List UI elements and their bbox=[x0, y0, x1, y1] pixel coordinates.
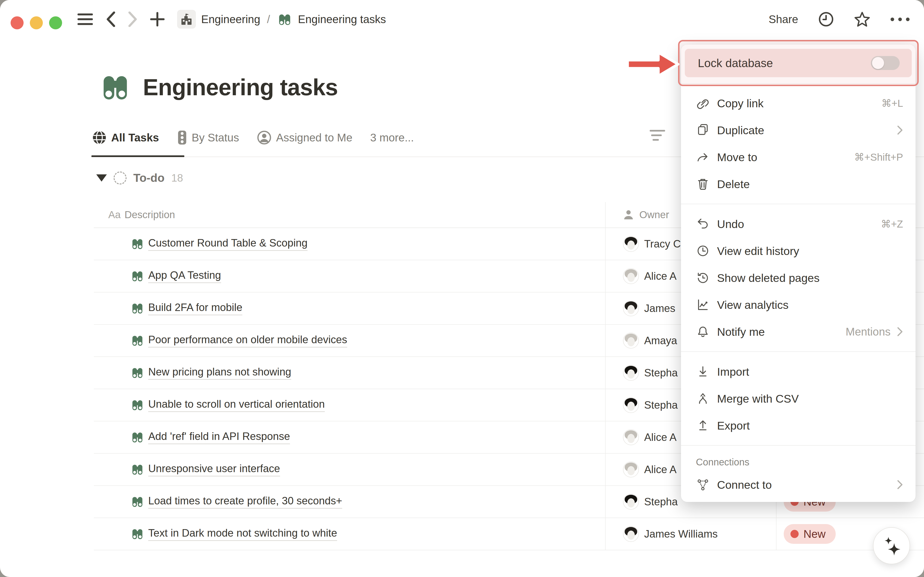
avatar bbox=[623, 333, 639, 348]
new-page-icon[interactable] bbox=[150, 12, 164, 26]
task-title[interactable]: New pricing plans not showing bbox=[148, 366, 291, 380]
ai-assistant-button[interactable] bbox=[873, 527, 910, 564]
task-title[interactable]: Build 2FA for mobile bbox=[148, 301, 242, 315]
connections-section-header: Connections bbox=[681, 453, 916, 471]
owner-name[interactable]: Alice A bbox=[644, 270, 677, 282]
column-header-description[interactable]: Description bbox=[124, 209, 175, 221]
task-title[interactable]: Add 'ref' field in API Response bbox=[148, 430, 290, 444]
connect-icon bbox=[696, 478, 710, 492]
menu-item-notify-me[interactable]: Notify me Mentions bbox=[681, 318, 916, 345]
lock-database-toggle[interactable] bbox=[871, 56, 900, 70]
binoculars-icon bbox=[131, 366, 144, 379]
breadcrumb-page[interactable]: Engineering tasks bbox=[298, 13, 386, 26]
app-window: Engineering / Engineering tasks Share En… bbox=[0, 0, 924, 577]
merge-icon bbox=[696, 392, 710, 405]
menu-item-move-to[interactable]: Move to ⌘+Shift+P bbox=[681, 143, 916, 171]
group-name[interactable]: To-do bbox=[133, 171, 164, 184]
task-title[interactable]: Load times to create profile, 30 seconds… bbox=[148, 495, 342, 509]
zoom-window-button[interactable] bbox=[49, 16, 62, 29]
breadcrumb: Engineering / Engineering tasks bbox=[177, 10, 386, 29]
bell-icon bbox=[696, 325, 710, 338]
more-options-icon[interactable] bbox=[890, 18, 909, 21]
updates-clock-icon[interactable] bbox=[818, 11, 834, 27]
tab-more-views[interactable]: 3 more... bbox=[370, 131, 414, 144]
owner-name[interactable]: Tracy C bbox=[644, 238, 681, 250]
binoculars-icon bbox=[131, 495, 144, 508]
task-title[interactable]: Text in Dark mode not switching to white bbox=[148, 527, 337, 541]
import-icon bbox=[696, 365, 710, 378]
menu-divider bbox=[681, 351, 916, 352]
owner-name[interactable]: Stepha bbox=[644, 399, 677, 411]
filter-icon[interactable] bbox=[650, 130, 666, 144]
binoculars-icon bbox=[131, 463, 144, 476]
sidebar-menu-icon[interactable] bbox=[77, 13, 94, 26]
avatar bbox=[623, 365, 639, 381]
task-title[interactable]: Unable to scroll on vertical orientation bbox=[148, 398, 325, 412]
avatar bbox=[623, 461, 639, 477]
menu-item-view-edit-history[interactable]: View edit history bbox=[681, 237, 916, 264]
page-title-binoculars-icon[interactable] bbox=[100, 72, 131, 102]
table-row[interactable]: Text in Dark mode not switching to white… bbox=[94, 518, 924, 550]
minimize-window-button[interactable] bbox=[30, 16, 43, 29]
tab-assigned-to-me[interactable]: Assigned to Me bbox=[257, 130, 352, 145]
avatar bbox=[623, 236, 639, 252]
tab-all-tasks[interactable]: All Tasks bbox=[92, 130, 159, 145]
binoculars-icon bbox=[131, 270, 144, 283]
owner-name[interactable]: James Williams bbox=[644, 528, 718, 540]
avatar bbox=[623, 494, 639, 510]
owner-name[interactable]: Stepha bbox=[644, 367, 677, 379]
owner-name[interactable]: Amaya bbox=[644, 335, 677, 347]
history-icon bbox=[696, 271, 710, 285]
favorite-star-icon[interactable] bbox=[854, 11, 870, 27]
menu-item-merge-with-csv[interactable]: Merge with CSV bbox=[681, 385, 916, 412]
menu-item-import[interactable]: Import bbox=[681, 358, 916, 385]
chevron-right-icon bbox=[897, 125, 903, 135]
menu-divider bbox=[681, 204, 916, 204]
avatar bbox=[623, 397, 639, 413]
binoculars-icon bbox=[131, 431, 144, 444]
task-title[interactable]: Poor performance on older mobile devices bbox=[148, 334, 347, 348]
menu-item-lock-database[interactable]: Lock database bbox=[685, 49, 912, 77]
owner-name[interactable]: Alice A bbox=[644, 464, 677, 475]
status-light-icon bbox=[177, 130, 187, 145]
menu-item-show-deleted-pages[interactable]: Show deleted pages bbox=[681, 264, 916, 291]
active-tab-underline bbox=[92, 155, 184, 157]
menu-item-view-analytics[interactable]: View analytics bbox=[681, 291, 916, 318]
binoculars-icon bbox=[131, 334, 144, 347]
menu-divider bbox=[681, 445, 916, 446]
sparkle-icon bbox=[880, 535, 903, 557]
duplicate-icon bbox=[696, 123, 710, 137]
forward-icon[interactable] bbox=[128, 11, 138, 27]
back-icon[interactable] bbox=[106, 11, 116, 27]
avatar bbox=[623, 526, 639, 542]
menu-item-undo[interactable]: Undo ⌘+Z bbox=[681, 210, 916, 237]
menu-item-delete[interactable]: Delete bbox=[681, 171, 916, 197]
menu-item-export[interactable]: Export bbox=[681, 412, 916, 439]
share-button[interactable]: Share bbox=[769, 13, 798, 26]
menu-item-duplicate[interactable]: Duplicate bbox=[681, 117, 916, 143]
group-count: 18 bbox=[171, 172, 183, 184]
menu-divider bbox=[681, 84, 916, 84]
globe-icon bbox=[92, 130, 107, 145]
clock-icon bbox=[696, 244, 710, 258]
status-badge[interactable]: New bbox=[784, 524, 836, 544]
owner-name[interactable]: Stepha bbox=[644, 496, 677, 508]
breadcrumb-workspace[interactable]: Engineering bbox=[201, 13, 260, 26]
chevron-right-icon bbox=[897, 327, 903, 337]
export-icon bbox=[696, 419, 710, 432]
task-title[interactable]: Customer Round Table & Scoping bbox=[148, 237, 308, 251]
menu-item-copy-link[interactable]: Copy link ⌘+L bbox=[681, 90, 916, 117]
column-header-owner[interactable]: Owner bbox=[639, 209, 669, 221]
workspace-building-icon[interactable] bbox=[177, 10, 196, 29]
task-title[interactable]: Unresponsive user interface bbox=[148, 463, 280, 477]
page-title[interactable]: Engineering tasks bbox=[143, 74, 338, 100]
task-title[interactable]: App QA Testing bbox=[148, 269, 221, 283]
owner-name[interactable]: Alice A bbox=[644, 431, 677, 443]
avatar bbox=[623, 268, 639, 284]
collapse-triangle-icon[interactable] bbox=[96, 174, 107, 182]
top-bar: Engineering / Engineering tasks Share bbox=[0, 0, 924, 39]
owner-name[interactable]: James bbox=[644, 302, 676, 314]
menu-item-connect-to[interactable]: Connect to bbox=[681, 471, 916, 498]
tab-by-status[interactable]: By Status bbox=[177, 130, 239, 145]
close-window-button[interactable] bbox=[11, 16, 24, 29]
